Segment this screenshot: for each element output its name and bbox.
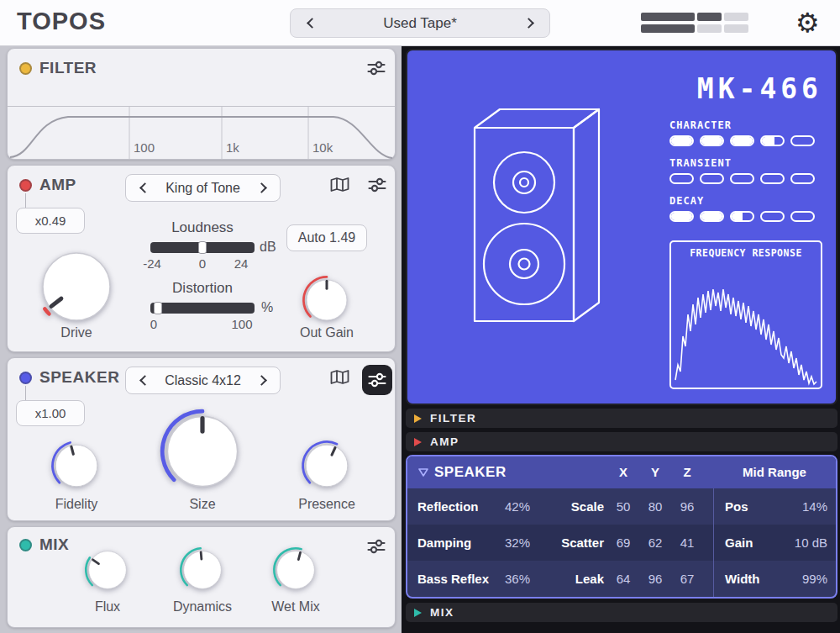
global-preset-name[interactable]: Used Tape* <box>383 15 457 32</box>
presence-label: Presence <box>285 497 369 512</box>
reflection-value[interactable]: 42% <box>488 488 530 525</box>
amp-preset-next-button[interactable] <box>255 180 271 197</box>
amp-multiplier-button[interactable]: x0.49 <box>16 208 85 234</box>
out-gain-knob[interactable] <box>302 275 352 325</box>
auto-gain-button[interactable]: Auto 1.49 <box>286 224 367 251</box>
amp-preset-browser-icon[interactable] <box>330 177 349 193</box>
scatter-x-value[interactable]: 69 <box>607 525 639 561</box>
settings-gear-icon[interactable]: ⚙ <box>795 5 820 40</box>
freq-label-10k: 10k <box>312 140 333 155</box>
segment-fill <box>701 137 722 145</box>
dynamics-label: Dynamics <box>160 599 244 615</box>
frequency-response-display: FREQUENCY RESPONSE <box>669 240 822 389</box>
freq-label-1k: 1k <box>226 140 239 155</box>
leak-x-value[interactable]: 64 <box>607 561 639 597</box>
speaker-preset-next-button[interactable] <box>255 372 271 389</box>
meter-segment <box>730 173 754 184</box>
column-divider <box>713 488 714 597</box>
meter-segment <box>760 173 785 184</box>
leak-y-value[interactable]: 96 <box>639 561 671 597</box>
filter-section-bar[interactable]: FILTER <box>406 409 837 428</box>
amp-preset-prev-button[interactable] <box>134 180 151 197</box>
amp-settings-sliders-icon[interactable] <box>368 177 386 193</box>
meter-segment <box>790 173 815 184</box>
table-row: Damping 32% Scatter 69 62 41 Gain 10 dB <box>407 525 836 561</box>
row-label: Width <box>725 561 760 597</box>
meter-segment <box>669 211 694 222</box>
filter-settings-sliders-icon[interactable] <box>367 61 386 76</box>
scale-z-value[interactable]: 96 <box>671 488 703 525</box>
segment-fill <box>732 137 753 145</box>
out-gain-label: Out Gain <box>285 325 369 340</box>
scale-y-value[interactable]: 80 <box>639 488 671 525</box>
filter-curve-editor[interactable]: 100 1k 10k <box>8 107 395 159</box>
speaker-preset-name[interactable]: Classic 4x12 <box>151 373 255 388</box>
mix-led[interactable] <box>19 539 32 551</box>
chevron-left-icon <box>139 375 150 386</box>
damping-value[interactable]: 32% <box>488 525 530 561</box>
speaker-preset-browser-icon[interactable] <box>330 369 349 385</box>
pos-value[interactable]: 14% <box>767 488 827 525</box>
gain-value[interactable]: 10 dB <box>767 525 827 561</box>
fidelity-knob[interactable] <box>50 440 102 492</box>
amp-preset-name[interactable]: King of Tone <box>151 181 255 196</box>
mix-section-bar[interactable]: MIX <box>406 603 837 622</box>
filter-panel: FILTER 100 1k 10k <box>7 48 396 160</box>
cabinet-display: MK-466 CHARACTER TRANSIENT DECAY <box>406 49 837 405</box>
presence-knob[interactable] <box>301 440 353 492</box>
scale-x-value[interactable]: 50 <box>607 488 639 525</box>
speaker-preset-selector[interactable]: Classic 4x12 <box>125 367 281 394</box>
freq-label-100: 100 <box>134 140 155 155</box>
distortion-slider[interactable] <box>150 303 255 314</box>
scatter-y-value[interactable]: 62 <box>639 525 671 561</box>
right-column: MK-466 CHARACTER TRANSIENT DECAY <box>402 46 840 633</box>
preset-next-button[interactable] <box>522 15 538 32</box>
preset-prev-button[interactable] <box>302 15 318 32</box>
global-preset-selector[interactable]: Used Tape* <box>290 8 550 38</box>
drive-label: Drive <box>34 325 118 340</box>
collapse-triangle-icon[interactable] <box>418 468 428 477</box>
mix-panel: MIX Flux Dynamics Wet Mix <box>7 526 396 628</box>
character-meter <box>669 135 815 146</box>
width-value[interactable]: 99% <box>767 561 827 597</box>
wet-mix-knob[interactable] <box>272 546 319 593</box>
sliders-icon <box>368 372 386 388</box>
leak-z-value[interactable]: 67 <box>671 561 703 597</box>
meter-segment <box>641 13 695 21</box>
loudness-slider-handle[interactable] <box>198 241 207 254</box>
size-knob[interactable] <box>159 408 246 495</box>
flux-knob[interactable] <box>84 546 131 593</box>
mix-settings-sliders-icon[interactable] <box>367 539 386 554</box>
speaker-led[interactable] <box>19 372 32 384</box>
amp-section-bar[interactable]: AMP <box>406 432 837 451</box>
amp-led[interactable] <box>19 179 32 192</box>
distortion-unit: % <box>261 300 273 315</box>
cabinet-model-name: MK-466 <box>668 72 822 105</box>
row-label: Reflection <box>417 488 479 525</box>
amp-panel: AMP King of Tone x0.49 Drive Loudness dB… <box>7 165 396 352</box>
filter-led[interactable] <box>19 62 32 75</box>
amp-title: AMP <box>39 176 76 194</box>
flux-label: Flux <box>66 599 150 615</box>
segment-fill <box>671 213 692 220</box>
chevron-left-icon <box>139 182 150 193</box>
decay-label: DECAY <box>669 195 815 207</box>
speaker-multiplier-button[interactable]: x1.00 <box>16 400 85 426</box>
speaker-section-header[interactable]: SPEAKER X Y Z Mid Range <box>407 456 836 488</box>
loudness-slider[interactable] <box>150 242 255 253</box>
row-label: Scatter <box>532 525 604 561</box>
meter-segment <box>697 13 722 21</box>
drive-knob[interactable] <box>34 245 118 329</box>
filter-section-label: FILTER <box>430 412 476 425</box>
amp-preset-selector[interactable]: King of Tone <box>125 174 281 202</box>
transient-meter <box>669 173 815 184</box>
speaker-settings-sliders-button-active[interactable] <box>362 365 392 395</box>
dynamics-knob[interactable] <box>179 546 226 593</box>
distortion-slider-handle[interactable] <box>154 302 162 314</box>
speaker-preset-prev-button[interactable] <box>134 372 151 389</box>
bass-reflex-value[interactable]: 36% <box>488 561 530 597</box>
meter-segment <box>700 135 724 146</box>
loudness-scale-mid: 0 <box>186 256 219 271</box>
scatter-z-value[interactable]: 41 <box>671 525 703 561</box>
speaker-section-title[interactable]: SPEAKER <box>434 456 507 488</box>
